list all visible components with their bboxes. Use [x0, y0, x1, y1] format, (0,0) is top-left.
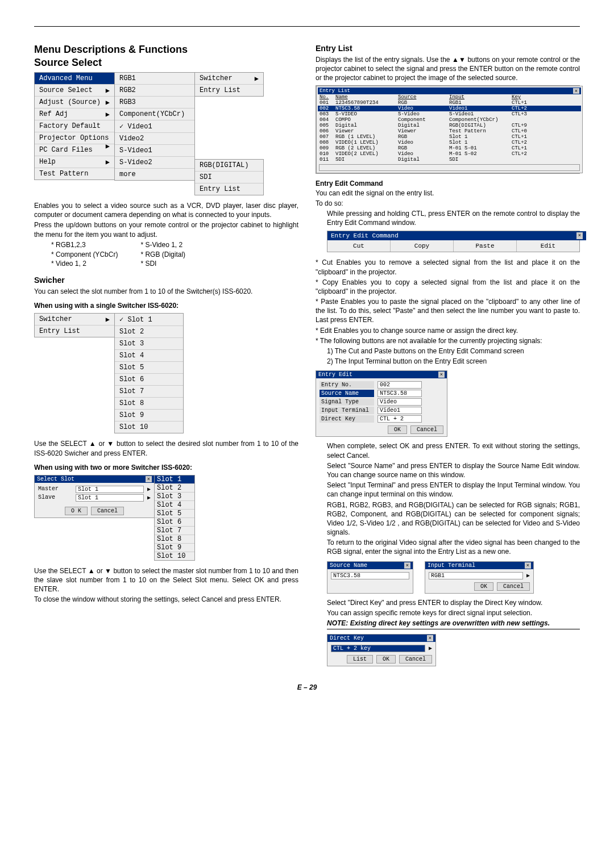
close-icon[interactable]: × [438, 372, 445, 378]
menu-item[interactable]: Entry List [195, 85, 263, 96]
dropdown-item[interactable]: Slot 7 [155, 527, 194, 535]
close-icon[interactable]: × [427, 635, 433, 641]
menu-item[interactable]: Switcher▶ [35, 314, 114, 326]
switcher-left-menu[interactable]: Switcher▶Entry List [34, 313, 115, 337]
menu-item[interactable]: RGB(DIGITAL) [195, 160, 263, 172]
source-name-dialog[interactable]: Source Name× NTSC3.58 [327, 561, 413, 594]
dropdown-item[interactable]: Slot 5 [155, 510, 194, 518]
close-icon[interactable]: × [404, 562, 410, 569]
menu-item[interactable]: Slot 3 [115, 338, 183, 350]
menu-item[interactable]: Slot 10 [115, 422, 183, 433]
ok-button[interactable]: OK [376, 655, 396, 663]
menu-item[interactable]: Component(YCbCr) [115, 108, 194, 120]
menu-item[interactable]: Projector Options▶ [35, 132, 114, 144]
entry-list-row[interactable]: 004COMPOComponentComponent(YCbCr) [318, 117, 581, 123]
menu-item[interactable]: Slot 8 [115, 398, 183, 410]
entry-edit-command-bar: Entry Edit Command× CutCopyPasteEdit [327, 231, 580, 252]
source-submenu-1[interactable]: RGB1RGB2RGB3Component(YCbCr)Video1Video2… [114, 72, 195, 181]
select-slot-dialog[interactable]: Select Slot× MasterSlot 1▶SlaveSlot 1▶ O… [34, 475, 155, 518]
menu-item[interactable]: RGB2 [115, 85, 194, 97]
entry-list-row[interactable]: 0011234567890T234RGBRGB1CTL+1 [318, 100, 581, 106]
menu-item[interactable]: Entry List [195, 183, 263, 195]
dropdown-icon[interactable]: ▶ [147, 494, 151, 502]
menu-item[interactable]: Source Select▶ [35, 85, 114, 97]
menu-item[interactable]: Slot 6 [115, 374, 183, 386]
copy-button[interactable]: Copy [391, 240, 454, 252]
list-item: * SDI [140, 259, 185, 269]
entry-list-row[interactable]: 008VIDEO(1 LEVEL)VideoSlot 1CTL+2 [318, 140, 581, 145]
dropdown-item[interactable]: Slot 8 [155, 535, 194, 544]
menu-item[interactable]: S-Video1 [115, 145, 194, 157]
dropdown-icon[interactable]: ▶ [147, 486, 151, 493]
dropdown-item[interactable]: Slot 10 [155, 552, 194, 560]
ok-button[interactable]: OK [388, 425, 407, 434]
list-button[interactable]: List [347, 655, 373, 663]
close-icon[interactable]: × [573, 88, 579, 94]
entry-list-row[interactable]: 005DigitalDigitalRGB(DIGITAL)CTL+9 [318, 123, 581, 128]
menu-item[interactable]: Slot 7 [115, 386, 183, 398]
close-icon[interactable]: × [525, 562, 531, 569]
menu-item[interactable]: Slot 1 [115, 314, 183, 326]
entry-list-row[interactable]: 002NTSC3.58VideoVideo1CTL+2 [318, 106, 581, 111]
dropdown-item[interactable]: Slot 4 [155, 501, 194, 510]
ok-button[interactable]: OK [474, 582, 493, 591]
dropdown-icon[interactable]: ▶ [526, 572, 530, 579]
direct-key-dialog[interactable]: Direct Key× CTL + 2 key▶ List OK Cancel [327, 634, 436, 666]
menu-item[interactable]: Slot 9 [115, 410, 183, 422]
menu-item[interactable]: PC Card Files [35, 144, 114, 156]
entry-list-window[interactable]: Entry List × No. Name Source Input Key 0… [316, 85, 580, 174]
source-submenu-2b[interactable]: RGB(DIGITAL)SDIEntry List [194, 159, 264, 195]
paste-button[interactable]: Paste [454, 240, 517, 252]
ok-button[interactable]: O K [65, 507, 88, 515]
menu-item[interactable]: SDI [195, 172, 263, 183]
menu-item[interactable]: RGB1 [115, 73, 194, 85]
menu-item[interactable]: Ref Adj▶ [35, 108, 114, 120]
menu-item[interactable]: Help▶ [35, 156, 114, 168]
menu-item[interactable]: more [115, 169, 194, 180]
menu-item[interactable]: Test Pattern [35, 168, 114, 180]
entry-list-row[interactable]: 003S-VIDEOS-VideoS-Video1CTL+3 [318, 111, 581, 117]
edit-button[interactable]: Edit [517, 240, 579, 252]
entry-list-row[interactable]: 010VIDEO(2 LEVEL)VideoM-01 S-02CTL+2 [318, 151, 581, 157]
switcher-slot-menu[interactable]: Slot 1Slot 2Slot 3Slot 4Slot 5Slot 6Slot… [114, 313, 184, 433]
menu-item[interactable]: RGB3 [115, 97, 194, 108]
menu-item[interactable]: Entry List [35, 326, 114, 337]
eec-p1: You can edit the signal on the entry lis… [316, 189, 580, 198]
entry-edit-dialog[interactable]: Entry Edit× Entry No.002Source NameNTSC3… [316, 370, 447, 437]
source-submenu-2a[interactable]: Switcher▶Entry List [194, 72, 264, 97]
menu-item[interactable]: Video2 [115, 133, 194, 145]
menu-item[interactable]: Switcher▶ [195, 73, 263, 85]
entry-list-row[interactable]: 011SDIDigitalSDI [318, 157, 581, 162]
top-rule [34, 26, 580, 27]
heading-source-select: Source Select [34, 57, 298, 69]
menu-item[interactable]: Slot 4 [115, 350, 183, 362]
dropdown-item[interactable]: Slot 1 [155, 475, 194, 484]
dropdown-item[interactable]: Slot 6 [155, 518, 194, 527]
slot-dropdown[interactable]: Slot 1Slot 2Slot 3Slot 4Slot 5Slot 6Slot… [154, 475, 195, 561]
input-terminal-dialog[interactable]: Input Terminal× RGB1▶ OK Cancel [425, 561, 534, 594]
menu-item[interactable]: Factory Default [35, 120, 114, 132]
dropdown-icon[interactable]: ▶ [429, 645, 432, 652]
cancel-button[interactable]: Cancel [91, 507, 124, 515]
close-icon[interactable]: × [146, 476, 152, 482]
cancel-button[interactable]: Cancel [399, 655, 432, 663]
menu-item[interactable]: Video1 [115, 120, 194, 133]
dropdown-item[interactable]: Slot 9 [155, 544, 194, 552]
entry-list-scrollbar[interactable] [319, 164, 580, 171]
cancel-button[interactable]: Cancel [497, 582, 530, 591]
dropdown-item[interactable]: Slot 2 [155, 484, 194, 493]
menu-item[interactable]: Adjust (Source)▶ [35, 97, 114, 108]
entry-list-row[interactable]: 009RGB (2 LEVEL)RGBM-01 S-01CTL+1 [318, 145, 581, 151]
dk-p2: You can assign specific remote keys for … [327, 608, 580, 617]
dropdown-item[interactable]: Slot 3 [155, 493, 194, 501]
close-icon[interactable]: × [576, 232, 583, 239]
cut-button[interactable]: Cut [327, 240, 391, 252]
menu-item[interactable]: Slot 5 [115, 362, 183, 374]
cancel-button[interactable]: Cancel [410, 425, 443, 434]
entry-list-row[interactable]: 007RGB (1 LEVEL)RGBSlot 1CTL+1 [318, 134, 581, 140]
menu-item[interactable]: S-Video2 [115, 157, 194, 169]
advanced-menu[interactable]: Advanced Menu Source Select▶Adjust (Sour… [34, 72, 115, 180]
entrylist-p1: Displays the list of the entry signals. … [316, 55, 580, 83]
menu-item[interactable]: Slot 2 [115, 326, 183, 338]
entry-list-row[interactable]: 006ViewerViewerTest PatternCTL+0 [318, 128, 581, 134]
